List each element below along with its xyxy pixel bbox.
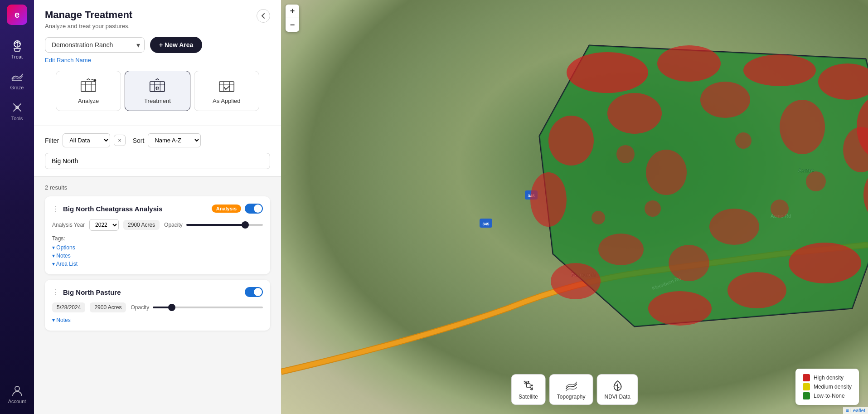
topography-control[interactable]: Topography xyxy=(549,374,593,405)
result-card-big-north-cheatgrass: ⋮ Big North Cheatgrass Analysis Analysis… xyxy=(45,196,270,274)
svg-rect-2 xyxy=(12,80,22,81)
treatment-icon xyxy=(149,78,165,94)
ndvi-icon xyxy=(611,379,624,392)
legend-item-medium: Medium density xyxy=(803,383,852,390)
collapse-button[interactable] xyxy=(257,9,270,23)
tools-icon xyxy=(11,101,24,114)
filter-clear-button[interactable]: × xyxy=(114,135,126,146)
leaflet-attribution: ≡ Leaflet xyxy=(843,407,868,414)
new-area-button[interactable]: + New Area xyxy=(150,37,202,53)
topography-icon xyxy=(565,379,577,392)
acres-badge-2: 2900 Acres xyxy=(90,302,126,312)
card-header-2: ⋮ Big North Pasture xyxy=(52,287,263,297)
notes-expand-2[interactable]: ▾ Notes xyxy=(52,317,263,323)
search-input[interactable] xyxy=(45,153,270,169)
side-panel: Manage Treatment Analyze and treat your … xyxy=(34,0,281,414)
acres-badge-1: 2900 Acres xyxy=(123,220,160,230)
tab-analyze[interactable]: Analyze xyxy=(56,71,121,111)
account-icon xyxy=(11,384,24,397)
satellite-control[interactable]: Satellite xyxy=(511,374,546,405)
card-meta-1: Analysis Year 202220212020 2900 Acres Op… xyxy=(52,219,263,231)
analysis-year-label: Analysis Year xyxy=(52,222,85,228)
ndvi-control[interactable]: NDVI Data xyxy=(597,374,638,405)
map-bottom-controls: Satellite Topography NDVI Data xyxy=(511,374,638,405)
nav-item-tools[interactable]: Tools xyxy=(0,96,34,127)
category-tabs: Analyze Treatment xyxy=(45,71,270,118)
leaflet-link[interactable]: Leaflet xyxy=(850,408,865,413)
map-legend: High density Medium density Low-to-None xyxy=(795,369,859,405)
filter-label: Filter xyxy=(45,137,59,144)
legend-item-high: High density xyxy=(803,374,852,381)
filter-select[interactable]: All DataAnalysisTreatmentAs Applied xyxy=(63,133,110,147)
card-meta-2: 5/28/2024 2900 Acres Opacity xyxy=(52,302,263,312)
card-title-1: Big North Cheatgrass Analysis xyxy=(63,205,208,213)
drag-handle-1[interactable]: ⋮ xyxy=(52,205,59,213)
ranch-select[interactable]: Demonstration Ranch xyxy=(45,37,145,53)
notes-expand-1[interactable]: ▾ Notes xyxy=(52,253,263,259)
card-toggle-2[interactable] xyxy=(245,287,263,297)
satellite-icon xyxy=(522,379,534,392)
map-area[interactable]: 345 345 Monarch Kleenburn Rd Acme Acme R… xyxy=(281,0,868,414)
opacity-label-2: Opacity xyxy=(131,304,149,311)
ranch-select-wrapper: Demonstration Ranch ▾ xyxy=(45,37,145,53)
as-applied-icon xyxy=(218,78,235,94)
zoom-out-button[interactable]: − xyxy=(286,18,299,32)
date-badge-2: 5/28/2024 xyxy=(52,302,85,312)
treat-icon xyxy=(11,39,24,52)
svg-point-11 xyxy=(94,79,96,82)
graze-icon xyxy=(11,70,24,83)
nav-item-graze[interactable]: Graze xyxy=(0,65,34,96)
options-expand-1[interactable]: ▾ Options xyxy=(52,244,263,251)
results-area: 2 results ⋮ Big North Cheatgrass Analysi… xyxy=(34,177,281,414)
card-tags-1: Tags: xyxy=(52,235,263,242)
svg-rect-17 xyxy=(219,82,234,92)
svg-point-65 xyxy=(531,385,533,386)
svg-point-6 xyxy=(15,386,19,391)
edit-ranch-link[interactable]: Edit Ranch Name xyxy=(45,57,270,63)
opacity-row-1: Opacity xyxy=(164,222,263,228)
tab-as-applied[interactable]: As Applied xyxy=(194,71,259,111)
sort-label: Sort xyxy=(133,137,145,144)
nav-item-treat[interactable]: Treat xyxy=(0,34,34,65)
legend-color-low xyxy=(803,392,810,399)
map-zoom-controls: + − xyxy=(286,5,299,32)
legend-color-high xyxy=(803,374,810,381)
card-title-2: Big North Pasture xyxy=(63,288,241,296)
nav-item-account[interactable]: Account xyxy=(0,379,34,409)
svg-point-64 xyxy=(527,381,529,383)
sort-select[interactable]: Name A-ZName Z-ADate NewestDate Oldest xyxy=(148,133,201,147)
analysis-year-select[interactable]: 202220212020 xyxy=(89,219,119,231)
legend-color-medium xyxy=(803,383,810,390)
filter-area: Filter All DataAnalysisTreatmentAs Appli… xyxy=(34,126,281,177)
analyze-icon xyxy=(80,78,97,94)
opacity-slider-1[interactable] xyxy=(186,224,263,226)
card-header-1: ⋮ Big North Cheatgrass Analysis Analysis xyxy=(52,204,263,214)
panel-header: Manage Treatment Analyze and treat your … xyxy=(34,0,281,126)
app-logo: e xyxy=(7,5,27,25)
panel-subtitle: Analyze and treat your pastures. xyxy=(45,23,132,29)
tab-treatment[interactable]: Treatment xyxy=(125,71,190,111)
legend-item-low: Low-to-None xyxy=(803,392,852,399)
result-card-big-north-pasture: ⋮ Big North Pasture 5/28/2024 2900 Acres… xyxy=(45,280,270,331)
nav-bar: e Treat Graze Tools Account xyxy=(0,0,34,414)
opacity-row-2: Opacity xyxy=(131,304,263,311)
ranch-row: Demonstration Ranch ▾ + New Area xyxy=(45,37,270,53)
zoom-in-button[interactable]: + xyxy=(286,5,299,18)
area-list-expand-1[interactable]: ▾ Area List xyxy=(52,261,263,267)
svg-rect-57 xyxy=(526,384,530,387)
opacity-slider-2[interactable] xyxy=(153,307,263,308)
drag-handle-2[interactable]: ⋮ xyxy=(52,288,59,297)
results-count: 2 results xyxy=(45,184,270,191)
card-toggle-1[interactable] xyxy=(245,204,263,214)
chevron-left-icon xyxy=(260,13,267,19)
filter-row: Filter All DataAnalysisTreatmentAs Appli… xyxy=(45,133,270,147)
opacity-label-1: Opacity xyxy=(164,222,183,228)
panel-title: Manage Treatment xyxy=(45,9,132,21)
svg-rect-7 xyxy=(81,82,96,92)
analysis-badge: Analysis xyxy=(212,205,241,213)
